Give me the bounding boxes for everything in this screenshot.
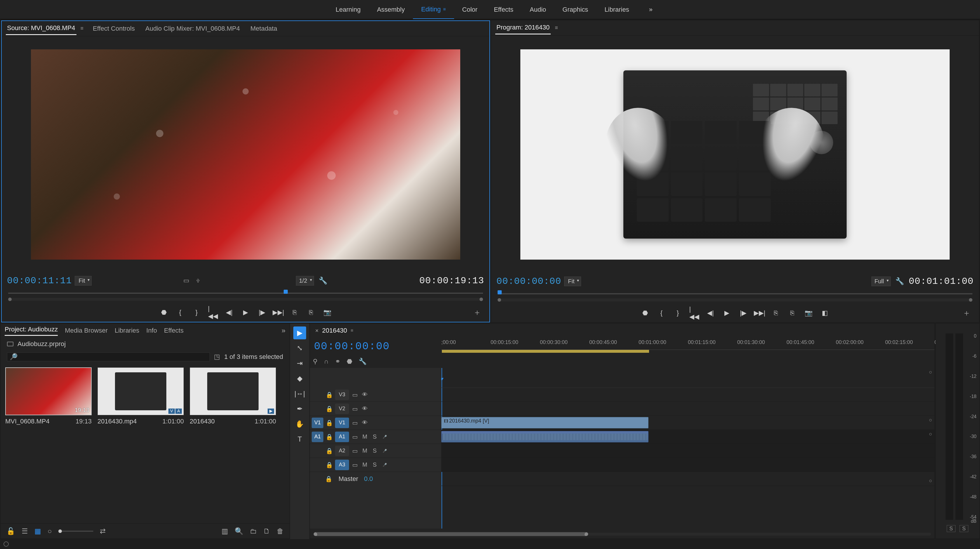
sync-lock-icon[interactable]: ▭ xyxy=(351,405,359,412)
solo-right-button[interactable]: S xyxy=(959,525,968,532)
track-resize-handle-icon[interactable]: ○ xyxy=(929,478,932,484)
insert-overwrite-icon[interactable]: ⎀ xyxy=(194,277,202,284)
sync-lock-icon[interactable]: ▭ xyxy=(351,433,359,440)
find-icon[interactable]: 🔍 xyxy=(235,527,243,535)
button-editor-add-icon[interactable]: ＋ xyxy=(963,308,970,319)
freeform-view-icon[interactable]: ○ xyxy=(48,527,52,535)
voice-over-icon[interactable]: 🎤 xyxy=(380,463,389,467)
workspace-assembly[interactable]: Assembly xyxy=(369,0,413,19)
project-bin[interactable]: 19:13 MVI_0608.MP419:13 VA 2016430.mp41:… xyxy=(1,363,290,523)
go-to-out-icon[interactable]: ▶▶| xyxy=(274,308,283,317)
mute-icon[interactable]: M xyxy=(361,461,369,468)
write-lock-icon[interactable]: 🔓 xyxy=(6,527,15,535)
panel-menu-icon[interactable]: ≡ xyxy=(81,26,84,32)
pen-tool-icon[interactable]: ✒ xyxy=(293,402,306,415)
step-forward-icon[interactable]: |▶ xyxy=(739,309,748,318)
mark-in-icon[interactable]: { xyxy=(657,309,666,318)
workspace-libraries[interactable]: Libraries xyxy=(596,0,637,19)
track-label[interactable]: V2 xyxy=(335,404,349,414)
marker-icon[interactable]: ⬣ xyxy=(160,308,169,317)
source-timecode-current[interactable]: 00:00:11:11 xyxy=(7,275,72,286)
sync-lock-icon[interactable]: ▭ xyxy=(351,391,359,398)
ripple-edit-tool-icon[interactable]: ⇥ xyxy=(293,357,306,370)
hand-tool-icon[interactable]: ✋ xyxy=(293,418,306,431)
workspace-effects[interactable]: Effects xyxy=(485,0,522,19)
extract-icon[interactable]: ⎘ xyxy=(788,309,797,318)
new-item-icon[interactable]: 🗋 xyxy=(263,527,270,535)
list-view-icon[interactable]: ☰ xyxy=(22,527,28,535)
slip-tool-icon[interactable]: |↔| xyxy=(293,387,306,400)
export-frame-icon[interactable]: 📷 xyxy=(323,308,332,317)
lock-icon[interactable]: 🔒 xyxy=(325,447,333,454)
timeline-ruler[interactable]: ;00:00 00:00:15:00 00:00:30:00 00:00:45:… xyxy=(441,338,934,350)
program-scrubber[interactable] xyxy=(491,289,979,304)
lane-v3[interactable] xyxy=(441,388,934,402)
tab-audio-clip-mixer[interactable]: Audio Clip Mixer: MVI_0608.MP4 xyxy=(144,22,241,35)
tabs-overflow-icon[interactable]: » xyxy=(282,327,285,335)
program-timecode-current[interactable]: 00:00:00:00 xyxy=(496,276,561,287)
snap-icon[interactable]: ∩ xyxy=(324,358,329,365)
workspace-learning[interactable]: Learning xyxy=(328,0,369,19)
lane-a3[interactable] xyxy=(441,458,934,472)
play-icon[interactable]: ▶ xyxy=(241,308,250,317)
workspace-editing[interactable]: Editing≡ xyxy=(413,0,454,19)
timeline-timecode[interactable]: 00:00:00:00 xyxy=(314,340,390,353)
eye-icon[interactable]: 👁 xyxy=(361,391,369,398)
lock-icon[interactable]: 🔒 xyxy=(325,419,333,426)
mark-out-icon[interactable]: } xyxy=(674,309,682,318)
workspace-audio[interactable]: Audio xyxy=(522,0,554,19)
eye-icon[interactable]: 👁 xyxy=(361,405,369,412)
sync-lock-icon[interactable]: ▭ xyxy=(351,447,359,454)
marker-icon[interactable]: ⬣ xyxy=(347,358,352,365)
export-frame-icon[interactable]: 📷 xyxy=(804,309,813,318)
track-header-a1[interactable]: A1 🔒 A1 ▭ M S 🎤 xyxy=(310,430,441,444)
go-to-in-icon[interactable]: |◀◀ xyxy=(690,309,698,318)
source-patch[interactable]: A1 xyxy=(312,432,323,442)
settings-wrench-icon[interactable]: 🔧 xyxy=(896,277,904,285)
track-resize-handle-icon[interactable]: ○ xyxy=(929,431,932,437)
comparison-view-icon[interactable]: ◧ xyxy=(821,309,829,318)
lock-icon[interactable]: 🔒 xyxy=(325,461,333,468)
tab-libraries[interactable]: Libraries xyxy=(115,327,139,334)
panel-menu-icon[interactable]: ≡ xyxy=(555,25,558,31)
go-to-out-icon[interactable]: ▶▶| xyxy=(755,309,764,318)
media-item[interactable]: ▶ 20164301:01:00 xyxy=(190,367,276,425)
solo-left-button[interactable]: S xyxy=(947,525,956,532)
workspace-color[interactable]: Color xyxy=(454,0,486,19)
tab-metadata[interactable]: Metadata xyxy=(249,22,278,35)
lock-icon[interactable]: 🔒 xyxy=(325,391,333,398)
solo-icon[interactable]: S xyxy=(371,447,379,454)
lane-v2[interactable] xyxy=(441,402,934,416)
lane-a1[interactable]: ○ xyxy=(441,430,934,444)
step-forward-icon[interactable]: |▶ xyxy=(258,308,266,317)
type-tool-icon[interactable]: T xyxy=(293,433,306,445)
timeline-settings-icon[interactable]: 🔧 xyxy=(359,358,367,365)
tab-media-browser[interactable]: Media Browser xyxy=(65,327,108,334)
lock-icon[interactable]: 🔒 xyxy=(325,433,333,440)
lane-a2[interactable] xyxy=(441,444,934,458)
track-header-v1[interactable]: V1 🔒 V1 ▭ 👁 xyxy=(310,416,441,430)
media-item[interactable]: 19:13 MVI_0608.MP419:13 xyxy=(5,367,92,425)
workspace-menu-icon[interactable]: ≡ xyxy=(443,7,445,12)
track-label[interactable]: V3 xyxy=(335,389,349,400)
track-resize-handle-icon[interactable]: ○ xyxy=(929,417,932,423)
tab-source[interactable]: Source: MVI_0608.MP4 xyxy=(6,22,76,35)
close-tab-icon[interactable]: × xyxy=(315,327,319,334)
insert-icon[interactable]: ⎘ xyxy=(290,308,299,317)
track-label[interactable]: A2 xyxy=(335,445,349,456)
tab-effects[interactable]: Effects xyxy=(164,327,184,334)
tab-effect-controls[interactable]: Effect Controls xyxy=(92,22,136,35)
program-resolution-dropdown[interactable]: Full xyxy=(872,276,891,286)
track-header-a3[interactable]: 🔒 A3 ▭ M S 🎤 xyxy=(310,458,441,472)
icon-view-icon[interactable]: ▦ xyxy=(35,527,41,535)
work-area-bar[interactable] xyxy=(442,350,649,353)
filter-bin-icon[interactable]: ◳ xyxy=(214,353,220,361)
sync-lock-icon[interactable]: ▭ xyxy=(351,419,359,426)
play-icon[interactable]: ▶ xyxy=(722,309,731,318)
track-resize-handle-icon[interactable]: ○ xyxy=(929,369,932,375)
automate-to-sequence-icon[interactable]: ▥ xyxy=(221,527,228,535)
tab-program[interactable]: Program: 2016430 xyxy=(495,21,551,35)
master-track-header[interactable]: 🔒 Master 0.0 ▶◀ xyxy=(310,472,441,486)
settings-wrench-icon[interactable]: 🔧 xyxy=(319,276,328,285)
source-scrubber[interactable] xyxy=(2,289,489,303)
